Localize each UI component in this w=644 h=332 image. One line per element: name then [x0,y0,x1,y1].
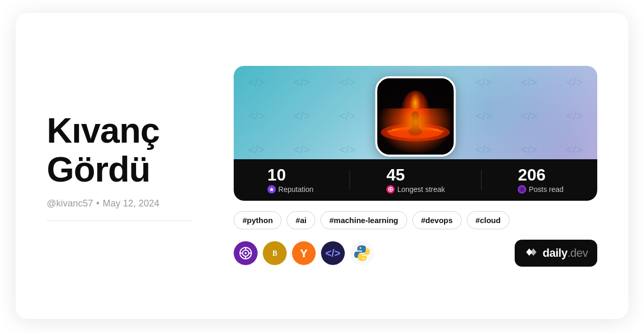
reputation-value: 10 [267,167,286,183]
right-section: </> </> </> </> </> </> </> </> </> </> … [234,66,597,267]
svg-point-26 [350,241,374,265]
svg-point-12 [521,188,524,190]
source-icon-python[interactable] [350,241,374,265]
posts-icon [518,185,526,193]
svg-point-27 [360,247,361,248]
avatar-svg [378,78,454,155]
tag-ai[interactable]: #ai [287,211,315,229]
posts-label: Posts read [518,185,564,193]
stat-divider-1 [350,170,350,190]
streak-icon [386,185,395,193]
tag-cloud[interactable]: #cloud [467,211,509,229]
source-icon-hackernews[interactable]: B [263,241,287,265]
bottom-row: B Y </> [234,240,597,267]
avatar [375,76,456,157]
separator-dot: • [96,198,99,209]
tag-devops[interactable]: #devops [412,211,462,229]
profile-banner: </> </> </> </> </> </> </> </> </> </> … [234,66,597,201]
svg-point-1 [381,123,450,141]
streak-label: Longest streak [386,185,445,193]
stat-divider-2 [481,170,481,190]
daily-dev-logo: daily.dev [515,240,597,267]
svg-point-11 [519,187,525,192]
svg-text:</>: </> [326,247,341,259]
divider [47,220,192,221]
source-icon-daily[interactable] [234,241,258,265]
avatar-image [378,78,454,155]
user-meta: @kivanc57 • May 12, 2024 [47,198,192,209]
profile-card: Kıvanç Gördü @kivanc57 • May 12, 2024 </… [16,13,628,319]
username: @kivanc57 [47,198,93,209]
tags-section: #python #ai #machine-learning #devops #c… [234,211,597,229]
svg-point-15 [245,252,247,254]
svg-text:Y: Y [300,247,308,260]
svg-point-5 [408,127,422,135]
posts-stat: 206 Posts read [518,167,564,193]
daily-logo-text: daily.dev [543,246,588,260]
reputation-icon [267,185,276,193]
source-icon-yc[interactable]: Y [292,241,316,265]
tag-python[interactable]: #python [234,211,281,229]
stats-bar: 10 Reputation 45 [234,159,597,201]
reputation-label: Reputation [267,185,314,193]
svg-point-2 [388,126,442,138]
daily-dev-icon [524,245,539,261]
svg-rect-0 [378,78,454,155]
svg-text:B: B [273,250,277,257]
svg-marker-8 [270,187,274,191]
svg-point-10 [390,188,392,190]
svg-rect-6 [412,117,419,132]
left-section: Kıvanç Gördü @kivanc57 • May 12, 2024 [47,111,192,221]
reputation-stat: 10 Reputation [267,167,314,193]
join-date: May 12, 2024 [103,198,159,209]
user-name: Kıvanç Gördü [47,111,192,189]
svg-point-7 [411,111,419,119]
svg-point-4 [406,90,424,125]
svg-point-28 [363,257,365,259]
tag-machine-learning[interactable]: #machine-learning [320,211,407,229]
streak-value: 45 [386,167,405,183]
source-icons: B Y </> [234,241,374,265]
source-icon-hashnode[interactable]: </> [321,241,345,265]
posts-value: 206 [518,167,545,183]
streak-stat: 45 Longest streak [386,167,445,193]
